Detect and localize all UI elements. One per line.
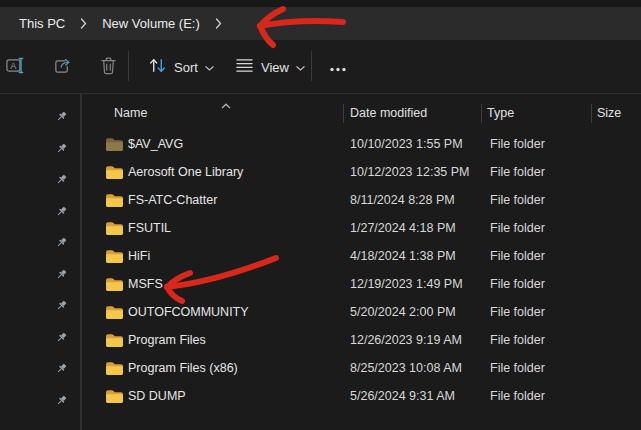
chevron-down-icon <box>205 59 214 74</box>
chevron-right-icon <box>215 18 222 29</box>
column-resize-handle[interactable] <box>591 104 592 123</box>
pinned-item-pin-icon[interactable] <box>55 172 68 185</box>
trash-icon <box>100 56 117 78</box>
svg-text:A: A <box>10 61 16 71</box>
column-header-name[interactable]: Name <box>114 100 147 126</box>
share-button[interactable] <box>49 51 76 83</box>
sort-button[interactable]: Sort <box>144 51 218 82</box>
folder-icon <box>105 305 124 320</box>
folder-icon <box>105 249 124 264</box>
column-header-size[interactable]: Size <box>597 100 621 126</box>
file-name: FS-ATC-Chatter <box>128 186 217 214</box>
view-list-icon <box>235 57 254 76</box>
folder-icon <box>105 361 124 376</box>
file-date-modified: 10/12/2023 12:35 PM <box>350 158 470 186</box>
pinned-item-pin-icon[interactable] <box>55 235 68 248</box>
file-explorer-window: This PC New Volume (E:) A <box>0 0 641 430</box>
pinned-item-pin-icon[interactable] <box>55 393 68 406</box>
file-row[interactable]: Program Files 12/26/2023 9:19 AM File fo… <box>85 326 641 354</box>
pinned-item-pin-icon[interactable] <box>55 361 68 374</box>
sort-arrows-icon <box>148 56 167 77</box>
rename-button[interactable]: A <box>2 51 29 83</box>
chevron-down-icon <box>296 59 305 74</box>
file-name: HiFi <box>128 242 150 270</box>
chevron-right-icon <box>80 18 87 29</box>
file-row[interactable]: HiFi 4/18/2024 1:38 PM File folder <box>85 242 641 270</box>
file-type: File folder <box>490 186 545 214</box>
folder-icon <box>105 221 124 236</box>
file-name: Aerosoft One Library <box>128 158 243 186</box>
file-type: File folder <box>490 158 545 186</box>
folder-icon <box>105 165 124 180</box>
file-row[interactable]: MSFS 12/19/2023 1:49 PM File folder <box>85 270 641 298</box>
file-type: File folder <box>490 270 545 298</box>
pinned-item-pin-icon[interactable] <box>55 204 68 217</box>
file-list-pane: Name Date modified Type Size $AV_AVG 10/… <box>85 94 641 430</box>
file-row[interactable]: Aerosoft One Library 10/12/2023 12:35 PM… <box>85 158 641 186</box>
file-type: File folder <box>490 130 545 158</box>
file-row[interactable]: FSUTIL 1/27/2024 4:18 PM File folder <box>85 214 641 242</box>
file-name: FSUTIL <box>128 214 171 242</box>
breadcrumb: This PC New Volume (E:) <box>0 7 641 40</box>
file-date-modified: 10/10/2023 1:55 PM <box>350 130 463 158</box>
ellipsis-icon <box>330 59 346 74</box>
pinned-item-pin-icon[interactable] <box>55 330 68 343</box>
file-type: File folder <box>490 354 545 382</box>
file-name: $AV_AVG <box>128 130 183 158</box>
toolbar-divider <box>128 51 129 81</box>
file-row[interactable]: Program Files (x86) 8/25/2023 10:08 AM F… <box>85 354 641 382</box>
file-date-modified: 8/11/2024 8:28 PM <box>350 186 455 214</box>
toolbar: A <box>0 40 641 93</box>
file-name: MSFS <box>128 270 163 298</box>
file-type: File folder <box>490 382 545 410</box>
pinned-item-pin-icon[interactable] <box>55 267 68 280</box>
more-options-button[interactable] <box>326 54 350 79</box>
column-header-type[interactable]: Type <box>487 100 514 126</box>
share-icon <box>53 56 72 78</box>
file-date-modified: 5/20/2024 2:00 PM <box>350 298 456 326</box>
file-type: File folder <box>490 242 545 270</box>
file-row[interactable]: $AV_AVG 10/10/2023 1:55 PM File folder <box>85 130 641 158</box>
breadcrumb-item-drive[interactable]: New Volume (E:) <box>97 14 205 33</box>
breadcrumb-item-this-pc[interactable]: This PC <box>14 14 70 33</box>
pinned-item-pin-icon[interactable] <box>55 141 68 154</box>
folder-icon <box>105 333 124 348</box>
column-header-date-modified[interactable]: Date modified <box>350 100 427 126</box>
toolbar-divider <box>311 51 312 81</box>
file-name: Program Files (x86) <box>128 354 238 382</box>
file-name: SD DUMP <box>128 382 186 410</box>
file-type: File folder <box>490 214 545 242</box>
pane-divider <box>80 94 82 430</box>
file-date-modified: 5/26/2024 9:31 AM <box>350 382 455 410</box>
sort-label: Sort <box>174 59 198 74</box>
window-top-strip <box>0 0 641 7</box>
view-label: View <box>261 59 289 74</box>
sort-ascending-caret-icon <box>221 95 231 113</box>
folder-icon <box>105 193 124 208</box>
file-name: Program Files <box>128 326 206 354</box>
column-resize-handle[interactable] <box>343 104 344 123</box>
file-date-modified: 1/27/2024 4:18 PM <box>350 214 456 242</box>
folder-icon <box>105 137 124 152</box>
file-row[interactable]: SD DUMP 5/26/2024 9:31 AM File folder <box>85 382 641 410</box>
column-resize-handle[interactable] <box>481 104 482 123</box>
file-type: File folder <box>490 326 545 354</box>
navigation-pane <box>0 94 84 430</box>
file-row[interactable]: FS-ATC-Chatter 8/11/2024 8:28 PM File fo… <box>85 186 641 214</box>
delete-button[interactable] <box>96 51 121 83</box>
file-row[interactable]: OUTOFCOMMUNITY 5/20/2024 2:00 PM File fo… <box>85 298 641 326</box>
rename-icon: A <box>6 56 25 78</box>
file-date-modified: 12/26/2023 9:19 AM <box>350 326 462 354</box>
folder-icon <box>105 277 124 292</box>
view-button[interactable]: View <box>231 52 309 81</box>
folder-icon <box>105 389 124 404</box>
file-date-modified: 4/18/2024 1:38 PM <box>350 242 456 270</box>
column-header-row: Name Date modified Type Size <box>85 100 641 126</box>
file-date-modified: 8/25/2023 10:08 AM <box>350 354 462 382</box>
pinned-item-pin-icon[interactable] <box>55 109 68 122</box>
file-type: File folder <box>490 298 545 326</box>
pinned-item-pin-icon[interactable] <box>55 298 68 311</box>
file-name: OUTOFCOMMUNITY <box>128 298 249 326</box>
file-date-modified: 12/19/2023 1:49 PM <box>350 270 463 298</box>
